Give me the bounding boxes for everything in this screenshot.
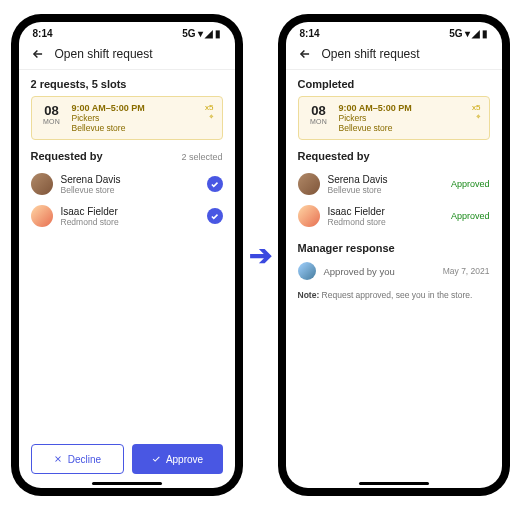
person-name: Serena Davis bbox=[328, 174, 443, 185]
decline-button[interactable]: Decline bbox=[31, 444, 124, 474]
shift-slots: x5 bbox=[472, 103, 480, 112]
location-pin-icon: ⌖ bbox=[205, 112, 213, 122]
checkbox-checked-icon[interactable] bbox=[207, 208, 223, 224]
phone-before: 8:14 5G ▾ ◢ ▮ Open shift request 2 reque… bbox=[11, 14, 243, 496]
requested-by-title: Requested by bbox=[31, 150, 103, 162]
person-row[interactable]: Isaac Fielder Redmond store bbox=[31, 200, 223, 232]
battery-icon: ▮ bbox=[215, 28, 221, 39]
person-name: Serena Davis bbox=[61, 174, 199, 185]
location-pin-icon: ⌖ bbox=[472, 112, 480, 122]
shift-role: Pickers bbox=[72, 113, 198, 123]
content: Completed 08 MON 9:00 AM–5:00 PM Pickers… bbox=[286, 70, 502, 488]
wifi-icon: ▾ bbox=[198, 28, 203, 39]
decline-label: Decline bbox=[68, 454, 101, 465]
avatar bbox=[298, 205, 320, 227]
screen: 8:14 5G ▾ ◢ ▮ Open shift request Complet… bbox=[286, 22, 502, 488]
shift-time: 9:00 AM–5:00 PM bbox=[339, 103, 465, 113]
phone-after: 8:14 5G ▾ ◢ ▮ Open shift request Complet… bbox=[278, 14, 510, 496]
approve-button[interactable]: Approve bbox=[132, 444, 223, 474]
person-sub: Bellevue store bbox=[61, 185, 199, 195]
manager-date: May 7, 2021 bbox=[443, 266, 490, 276]
status-net: 5G bbox=[182, 28, 195, 39]
status-approved: Approved bbox=[451, 211, 490, 221]
summary-line: 2 requests, 5 slots bbox=[31, 78, 223, 90]
avatar bbox=[298, 173, 320, 195]
check-icon bbox=[151, 454, 161, 464]
shift-day-dow: MON bbox=[307, 118, 331, 125]
home-indicator bbox=[92, 482, 162, 485]
manager-text: Approved by you bbox=[324, 266, 435, 277]
avatar bbox=[31, 173, 53, 195]
status-net: 5G bbox=[449, 28, 462, 39]
person-name: Isaac Fielder bbox=[61, 206, 199, 217]
person-name: Isaac Fielder bbox=[328, 206, 443, 217]
shift-location: Bellevue store bbox=[72, 123, 198, 133]
status-time: 8:14 bbox=[300, 28, 320, 39]
approve-label: Approve bbox=[166, 454, 203, 465]
battery-icon: ▮ bbox=[482, 28, 488, 39]
manager-response-title: Manager response bbox=[298, 242, 490, 254]
close-icon bbox=[53, 454, 63, 464]
summary-line: Completed bbox=[298, 78, 490, 90]
checkbox-checked-icon[interactable] bbox=[207, 176, 223, 192]
shift-location: Bellevue store bbox=[339, 123, 465, 133]
manager-note: Note: Request approved, see you in the s… bbox=[298, 290, 490, 300]
shift-card[interactable]: 08 MON 9:00 AM–5:00 PM Pickers Bellevue … bbox=[298, 96, 490, 140]
person-sub: Bellevue store bbox=[328, 185, 443, 195]
avatar bbox=[298, 262, 316, 280]
header: Open shift request bbox=[19, 41, 235, 70]
page-title: Open shift request bbox=[55, 47, 153, 61]
person-sub: Redmond store bbox=[61, 217, 199, 227]
signal-icon: ◢ bbox=[472, 28, 480, 39]
arrow-right-icon: ➔ bbox=[249, 239, 272, 272]
person-row[interactable]: Isaac Fielder Redmond store Approved bbox=[298, 200, 490, 232]
manager-row: Approved by you May 7, 2021 bbox=[298, 258, 490, 284]
back-button[interactable] bbox=[298, 47, 312, 61]
shift-day-num: 08 bbox=[307, 103, 331, 118]
person-row[interactable]: Serena Davis Bellevue store bbox=[31, 168, 223, 200]
requested-by-title: Requested by bbox=[298, 150, 370, 162]
status-bar: 8:14 5G ▾ ◢ ▮ bbox=[286, 22, 502, 41]
page-title: Open shift request bbox=[322, 47, 420, 61]
screen: 8:14 5G ▾ ◢ ▮ Open shift request 2 reque… bbox=[19, 22, 235, 488]
action-buttons: Decline Approve bbox=[31, 444, 223, 474]
signal-icon: ◢ bbox=[205, 28, 213, 39]
note-text: Request approved, see you in the store. bbox=[319, 290, 472, 300]
status-time: 8:14 bbox=[33, 28, 53, 39]
header: Open shift request bbox=[286, 41, 502, 70]
home-indicator bbox=[359, 482, 429, 485]
shift-card[interactable]: 08 MON 9:00 AM–5:00 PM Pickers Bellevue … bbox=[31, 96, 223, 140]
shift-day-dow: MON bbox=[40, 118, 64, 125]
person-row[interactable]: Serena Davis Bellevue store Approved bbox=[298, 168, 490, 200]
wifi-icon: ▾ bbox=[465, 28, 470, 39]
shift-day-num: 08 bbox=[40, 103, 64, 118]
shift-slots: x5 bbox=[205, 103, 213, 112]
back-button[interactable] bbox=[31, 47, 45, 61]
shift-role: Pickers bbox=[339, 113, 465, 123]
shift-time: 9:00 AM–5:00 PM bbox=[72, 103, 198, 113]
avatar bbox=[31, 205, 53, 227]
person-sub: Redmond store bbox=[328, 217, 443, 227]
selected-count: 2 selected bbox=[181, 152, 222, 162]
note-label: Note: bbox=[298, 290, 320, 300]
content: 2 requests, 5 slots 08 MON 9:00 AM–5:00 … bbox=[19, 70, 235, 488]
status-approved: Approved bbox=[451, 179, 490, 189]
status-bar: 8:14 5G ▾ ◢ ▮ bbox=[19, 22, 235, 41]
